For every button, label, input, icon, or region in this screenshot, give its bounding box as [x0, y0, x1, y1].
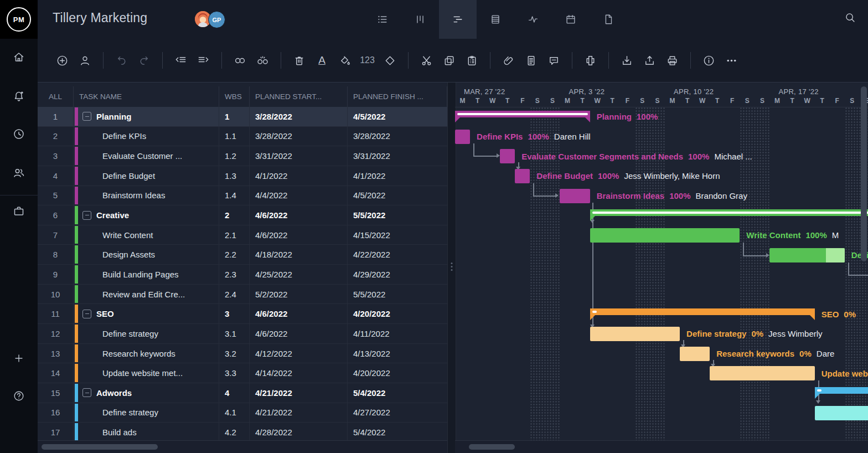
task-name-cell[interactable]: Adwords: [74, 383, 219, 403]
summary-bar[interactable]: [455, 111, 590, 117]
table-row[interactable]: 2Define KPIs1.13/28/20223/28/2022: [38, 127, 447, 147]
planned-finish-cell[interactable]: 4/1/2022: [348, 166, 447, 186]
planned-finish-cell[interactable]: 4/22/2022: [348, 245, 447, 264]
planned-finish-cell[interactable]: 3/31/2022: [348, 146, 447, 166]
table-row[interactable]: 9Build Landing Pages2.34/25/20224/29/202…: [38, 265, 447, 285]
task-bar[interactable]: [455, 130, 470, 144]
table-row[interactable]: 8Design Assets2.24/18/20224/22/2022: [38, 245, 447, 265]
planned-start-cell[interactable]: 4/28/2022: [250, 423, 348, 440]
planned-finish-cell[interactable]: 4/20/2022: [348, 363, 447, 383]
milestone-button[interactable]: [379, 49, 401, 72]
planned-start-cell[interactable]: 4/6/2022: [250, 304, 348, 323]
wbs-cell[interactable]: 1: [219, 107, 250, 126]
planned-start-cell[interactable]: 4/12/2022: [250, 344, 348, 363]
wbs-cell[interactable]: 4.2: [219, 423, 250, 440]
planned-finish-cell[interactable]: 4/27/2022: [348, 403, 447, 423]
column-header-task-name[interactable]: TASK NAME: [74, 86, 219, 107]
table-row[interactable]: 15Adwords44/21/20225/4/2022: [38, 383, 447, 403]
planned-start-cell[interactable]: 3/28/2022: [250, 127, 348, 146]
collapse-toggle-icon[interactable]: [82, 310, 91, 318]
task-name-cell[interactable]: Creative: [74, 205, 219, 225]
info-button[interactable]: [698, 49, 720, 72]
wbs-cell[interactable]: 3: [219, 304, 250, 323]
summary-bar[interactable]: [815, 387, 868, 394]
planned-start-cell[interactable]: 4/21/2022: [250, 383, 348, 403]
task-bar[interactable]: [515, 169, 530, 183]
fill-color-button[interactable]: [333, 49, 356, 72]
task-name-cell[interactable]: Build ads: [74, 423, 219, 440]
table-row[interactable]: 4Define Budget1.34/1/20224/1/2022: [38, 166, 447, 186]
planned-finish-cell[interactable]: 5/4/2022: [348, 423, 447, 440]
print-button[interactable]: [661, 49, 684, 72]
redo-button[interactable]: [133, 49, 156, 72]
gantt-hscroll-thumb[interactable]: [469, 444, 515, 450]
planned-start-cell[interactable]: 4/6/2022: [250, 205, 348, 225]
task-name-cell[interactable]: Review and Edit Cre...: [74, 285, 219, 304]
wbs-cell[interactable]: 4.1: [219, 403, 250, 423]
notes-button[interactable]: [520, 49, 542, 72]
app-logo[interactable]: PM: [0, 0, 38, 39]
tab-docs-view[interactable]: [590, 0, 627, 39]
sidebar-item-portfolio[interactable]: [0, 202, 38, 220]
summary-bar[interactable]: [590, 209, 868, 216]
wbs-cell[interactable]: 1.4: [219, 186, 250, 205]
summary-bar[interactable]: [590, 308, 815, 315]
task-name-cell[interactable]: Build Landing Pages: [74, 265, 219, 284]
task-name-cell[interactable]: Update website met...: [74, 363, 219, 383]
sidebar-item-add-new[interactable]: [0, 349, 38, 368]
outdent-button[interactable]: [169, 49, 192, 72]
planned-finish-cell[interactable]: 5/5/2022: [348, 285, 447, 304]
planned-start-cell[interactable]: 4/6/2022: [250, 225, 348, 245]
wbs-cell[interactable]: 2: [219, 205, 250, 225]
collapse-toggle-icon[interactable]: [82, 388, 91, 397]
undo-button[interactable]: [110, 49, 133, 72]
number-format-button[interactable]: 123: [356, 49, 379, 72]
task-name-cell[interactable]: Design Assets: [74, 245, 219, 264]
table-hscrollbar[interactable]: [38, 440, 447, 453]
wbs-cell[interactable]: 4: [219, 383, 250, 403]
copy-button[interactable]: [438, 49, 461, 72]
planned-finish-cell[interactable]: 5/4/2022: [348, 383, 447, 403]
table-row[interactable]: 10Review and Edit Cre...2.45/2/20225/5/2…: [38, 285, 447, 305]
paste-button[interactable]: [461, 49, 483, 72]
wbs-cell[interactable]: 1.1: [219, 127, 250, 146]
tab-activity-view[interactable]: [514, 0, 552, 39]
planned-finish-cell[interactable]: 3/28/2022: [348, 127, 447, 146]
planned-finish-cell[interactable]: 4/13/2022: [348, 344, 447, 363]
cut-button[interactable]: [415, 49, 438, 72]
gantt-vscroll-thumb[interactable]: [861, 86, 867, 261]
planned-finish-cell[interactable]: 4/15/2022: [348, 225, 447, 245]
planned-start-cell[interactable]: 3/31/2022: [250, 146, 348, 166]
planned-start-cell[interactable]: 4/4/2022: [250, 186, 348, 205]
export-button[interactable]: [638, 49, 661, 72]
task-name-cell[interactable]: Research keywords: [74, 344, 219, 363]
tab-board-view[interactable]: [401, 0, 439, 39]
unlink-tasks-button[interactable]: [251, 49, 274, 72]
tab-gantt-view[interactable]: [439, 0, 477, 39]
sidebar-item-home[interactable]: [0, 48, 38, 66]
column-header-planned-start[interactable]: PLANNED START...: [250, 86, 348, 107]
add-task-button[interactable]: [51, 49, 74, 72]
collapse-toggle-icon[interactable]: [82, 112, 91, 121]
table-row[interactable]: 11SEO34/6/20224/20/2022: [38, 304, 447, 324]
task-name-cell[interactable]: Define KPIs: [74, 127, 219, 146]
planned-finish-cell[interactable]: 4/5/2022: [348, 186, 447, 205]
table-row[interactable]: 3Evaluate Customer ...1.23/31/20223/31/2…: [38, 146, 447, 166]
task-bar[interactable]: [815, 406, 868, 420]
gantt-hscrollbar[interactable]: [455, 440, 868, 453]
wbs-cell[interactable]: 1.2: [219, 146, 250, 166]
search-icon[interactable]: [844, 12, 856, 23]
collapse-toggle-icon[interactable]: [82, 211, 91, 220]
task-name-cell[interactable]: SEO: [74, 304, 219, 323]
task-bar[interactable]: [500, 149, 515, 163]
assign-button[interactable]: [74, 49, 96, 72]
task-name-cell[interactable]: Define strategy: [74, 403, 219, 423]
table-row[interactable]: 6Creative24/6/20225/5/2022: [38, 205, 447, 225]
planned-start-cell[interactable]: 4/18/2022: [250, 245, 348, 264]
column-header-all[interactable]: ALL: [38, 86, 74, 107]
attachment-button[interactable]: [497, 49, 520, 72]
task-name-cell[interactable]: Write Content: [74, 225, 219, 245]
planned-start-cell[interactable]: 5/2/2022: [250, 285, 348, 304]
tab-list-view[interactable]: [364, 0, 401, 39]
task-bar[interactable]: [590, 228, 740, 243]
